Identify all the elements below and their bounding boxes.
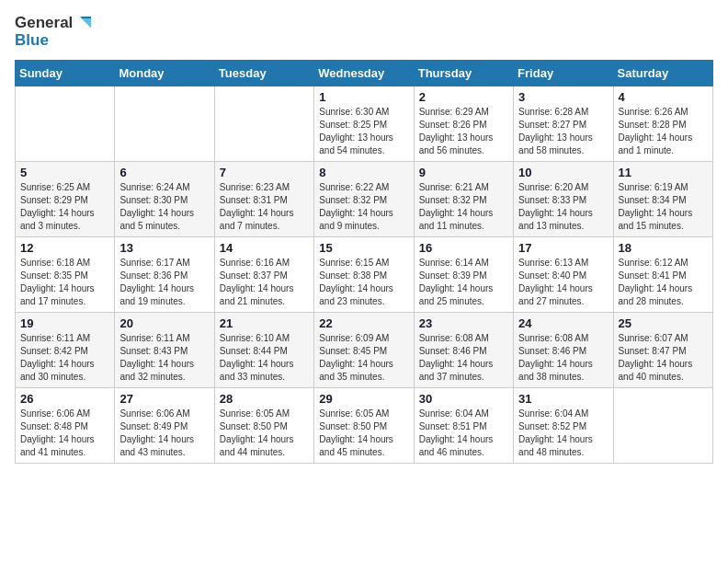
day-number: 19 [20, 316, 109, 330]
calendar-header-row: SundayMondayTuesdayWednesdayThursdayFrid… [16, 61, 713, 86]
header-thursday: Thursday [414, 61, 513, 86]
table-row: 12Sunrise: 6:18 AMSunset: 8:35 PMDayligh… [16, 237, 115, 313]
table-row [214, 86, 313, 162]
cell-content: Sunrise: 6:17 AMSunset: 8:36 PMDaylight:… [119, 257, 209, 308]
day-number: 14 [220, 241, 309, 255]
header-monday: Monday [115, 61, 214, 86]
cell-content: Sunrise: 6:10 AMSunset: 8:44 PMDaylight:… [220, 332, 309, 384]
cell-content: Sunrise: 6:21 AMSunset: 8:32 PMDaylight:… [419, 181, 508, 233]
table-row: 21Sunrise: 6:10 AMSunset: 8:44 PMDayligh… [214, 313, 313, 388]
day-number: 7 [220, 166, 309, 179]
table-row: 4Sunrise: 6:26 AMSunset: 8:28 PMDaylight… [613, 86, 712, 162]
calendar-table: SundayMondayTuesdayWednesdayThursdayFrid… [15, 60, 713, 464]
cell-content: Sunrise: 6:28 AMSunset: 8:27 PMDaylight:… [518, 106, 608, 157]
cell-content: Sunrise: 6:22 AMSunset: 8:32 PMDaylight:… [319, 181, 408, 233]
day-number: 28 [220, 392, 309, 406]
day-number: 21 [220, 316, 309, 330]
table-row: 19Sunrise: 6:11 AMSunset: 8:42 PMDayligh… [16, 313, 115, 388]
cell-content: Sunrise: 6:07 AMSunset: 8:47 PMDaylight:… [619, 332, 708, 384]
table-row [16, 86, 115, 162]
cell-content: Sunrise: 6:18 AMSunset: 8:35 PMDaylight:… [20, 257, 109, 308]
day-number: 3 [518, 90, 608, 104]
day-number: 9 [419, 166, 508, 179]
table-row: 31Sunrise: 6:04 AMSunset: 8:52 PMDayligh… [514, 388, 613, 464]
day-number: 20 [119, 316, 209, 330]
svg-marker-1 [82, 18, 91, 28]
cell-content: Sunrise: 6:06 AMSunset: 8:49 PMDaylight:… [119, 408, 209, 459]
logo-general-text: General [15, 15, 73, 32]
table-row: 10Sunrise: 6:20 AMSunset: 8:33 PMDayligh… [514, 162, 613, 237]
day-number: 25 [619, 316, 708, 330]
table-row: 8Sunrise: 6:22 AMSunset: 8:32 PMDaylight… [314, 162, 414, 237]
cell-content: Sunrise: 6:05 AMSunset: 8:50 PMDaylight:… [319, 408, 408, 459]
table-row: 15Sunrise: 6:15 AMSunset: 8:38 PMDayligh… [314, 237, 414, 313]
table-row: 27Sunrise: 6:06 AMSunset: 8:49 PMDayligh… [115, 388, 214, 464]
day-number: 1 [319, 90, 408, 104]
header-tuesday: Tuesday [214, 61, 313, 86]
table-row: 6Sunrise: 6:24 AMSunset: 8:30 PMDaylight… [115, 162, 214, 237]
header-wednesday: Wednesday [314, 61, 414, 86]
day-number: 10 [518, 166, 608, 179]
calendar-week-5: 26Sunrise: 6:06 AMSunset: 8:48 PMDayligh… [16, 388, 713, 464]
day-number: 11 [619, 166, 708, 179]
table-row: 2Sunrise: 6:29 AMSunset: 8:26 PMDaylight… [414, 86, 513, 162]
cell-content: Sunrise: 6:05 AMSunset: 8:50 PMDaylight:… [220, 408, 309, 459]
table-row: 18Sunrise: 6:12 AMSunset: 8:41 PMDayligh… [613, 237, 712, 313]
day-number: 2 [419, 90, 508, 104]
table-row: 11Sunrise: 6:19 AMSunset: 8:34 PMDayligh… [613, 162, 712, 237]
day-number: 18 [619, 241, 708, 255]
table-row: 1Sunrise: 6:30 AMSunset: 8:25 PMDaylight… [314, 86, 414, 162]
cell-content: Sunrise: 6:26 AMSunset: 8:28 PMDaylight:… [619, 106, 708, 157]
table-row: 3Sunrise: 6:28 AMSunset: 8:27 PMDaylight… [514, 86, 613, 162]
day-number: 23 [419, 316, 508, 330]
cell-content: Sunrise: 6:19 AMSunset: 8:34 PMDaylight:… [619, 181, 708, 233]
cell-content: Sunrise: 6:24 AMSunset: 8:30 PMDaylight:… [119, 181, 209, 233]
table-row: 16Sunrise: 6:14 AMSunset: 8:39 PMDayligh… [414, 237, 513, 313]
calendar-week-2: 5Sunrise: 6:25 AMSunset: 8:29 PMDaylight… [16, 162, 713, 237]
cell-content: Sunrise: 6:04 AMSunset: 8:51 PMDaylight:… [419, 408, 508, 459]
cell-content: Sunrise: 6:12 AMSunset: 8:41 PMDaylight:… [619, 257, 708, 308]
cell-content: Sunrise: 6:20 AMSunset: 8:33 PMDaylight:… [518, 181, 608, 233]
header: General Blue [15, 15, 713, 49]
day-number: 22 [319, 316, 408, 330]
header-saturday: Saturday [613, 61, 712, 86]
day-number: 15 [319, 241, 408, 255]
cell-content: Sunrise: 6:23 AMSunset: 8:31 PMDaylight:… [220, 181, 309, 233]
table-row: 22Sunrise: 6:09 AMSunset: 8:45 PMDayligh… [314, 313, 414, 388]
table-row: 28Sunrise: 6:05 AMSunset: 8:50 PMDayligh… [214, 388, 313, 464]
cell-content: Sunrise: 6:13 AMSunset: 8:40 PMDaylight:… [518, 257, 608, 308]
day-number: 4 [619, 90, 708, 104]
day-number: 30 [419, 392, 508, 406]
logo-container: General Blue [15, 15, 91, 49]
day-number: 5 [20, 166, 109, 179]
cell-content: Sunrise: 6:08 AMSunset: 8:46 PMDaylight:… [518, 332, 608, 384]
day-number: 6 [119, 166, 209, 179]
day-number: 8 [319, 166, 408, 179]
table-row: 7Sunrise: 6:23 AMSunset: 8:31 PMDaylight… [214, 162, 313, 237]
table-row: 23Sunrise: 6:08 AMSunset: 8:46 PMDayligh… [414, 313, 513, 388]
table-row [613, 388, 712, 464]
cell-content: Sunrise: 6:30 AMSunset: 8:25 PMDaylight:… [319, 106, 408, 157]
table-row [115, 86, 214, 162]
calendar-week-4: 19Sunrise: 6:11 AMSunset: 8:42 PMDayligh… [16, 313, 713, 388]
calendar-week-1: 1Sunrise: 6:30 AMSunset: 8:25 PMDaylight… [16, 86, 713, 162]
cell-content: Sunrise: 6:25 AMSunset: 8:29 PMDaylight:… [20, 181, 109, 233]
cell-content: Sunrise: 6:15 AMSunset: 8:38 PMDaylight:… [319, 257, 408, 308]
table-row: 24Sunrise: 6:08 AMSunset: 8:46 PMDayligh… [514, 313, 613, 388]
cell-content: Sunrise: 6:11 AMSunset: 8:43 PMDaylight:… [119, 332, 209, 384]
table-row: 20Sunrise: 6:11 AMSunset: 8:43 PMDayligh… [115, 313, 214, 388]
cell-content: Sunrise: 6:29 AMSunset: 8:26 PMDaylight:… [419, 106, 508, 157]
table-row: 14Sunrise: 6:16 AMSunset: 8:37 PMDayligh… [214, 237, 313, 313]
table-row: 9Sunrise: 6:21 AMSunset: 8:32 PMDaylight… [414, 162, 513, 237]
header-sunday: Sunday [16, 61, 115, 86]
day-number: 13 [119, 241, 209, 255]
cell-content: Sunrise: 6:16 AMSunset: 8:37 PMDaylight:… [220, 257, 309, 308]
day-number: 29 [319, 392, 408, 406]
cell-content: Sunrise: 6:06 AMSunset: 8:48 PMDaylight:… [20, 408, 109, 459]
cell-content: Sunrise: 6:04 AMSunset: 8:52 PMDaylight:… [518, 408, 608, 459]
table-row: 29Sunrise: 6:05 AMSunset: 8:50 PMDayligh… [314, 388, 414, 464]
cell-content: Sunrise: 6:14 AMSunset: 8:39 PMDaylight:… [419, 257, 508, 308]
day-number: 27 [119, 392, 209, 406]
logo-blue-text: Blue [15, 32, 91, 50]
logo-triangle-icon [74, 15, 91, 31]
